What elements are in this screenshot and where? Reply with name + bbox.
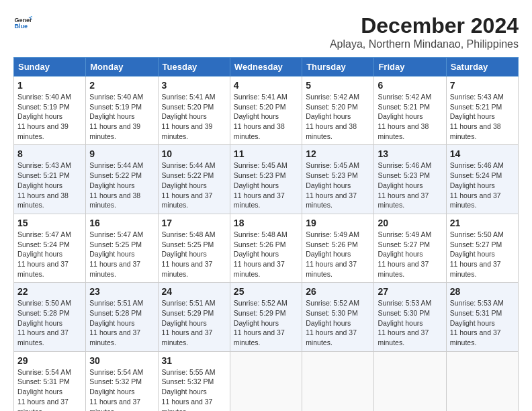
calendar-cell: 19 Sunrise: 5:49 AM Sunset: 5:26 PM Dayl… [302, 214, 374, 282]
calendar-cell: 25 Sunrise: 5:52 AM Sunset: 5:29 PM Dayl… [230, 283, 302, 351]
calendar-cell: 23 Sunrise: 5:51 AM Sunset: 5:28 PM Dayl… [86, 283, 158, 351]
svg-text:Blue: Blue [14, 23, 28, 30]
day-info: Sunrise: 5:42 AM Sunset: 5:21 PM Dayligh… [378, 92, 442, 141]
day-info: Sunrise: 5:48 AM Sunset: 5:25 PM Dayligh… [162, 230, 226, 279]
calendar-cell: 3 Sunrise: 5:41 AM Sunset: 5:20 PM Dayli… [158, 77, 230, 145]
calendar-cell: 12 Sunrise: 5:45 AM Sunset: 5:23 PM Dayl… [302, 145, 374, 214]
day-number: 30 [89, 355, 154, 366]
day-number: 16 [89, 218, 154, 228]
calendar-cell [374, 351, 446, 411]
calendar-week-row: 29 Sunrise: 5:54 AM Sunset: 5:31 PM Dayl… [14, 351, 519, 411]
calendar-cell: 22 Sunrise: 5:50 AM Sunset: 5:28 PM Dayl… [14, 283, 86, 351]
calendar-cell: 6 Sunrise: 5:42 AM Sunset: 5:21 PM Dayli… [374, 77, 446, 145]
calendar-week-row: 22 Sunrise: 5:50 AM Sunset: 5:28 PM Dayl… [14, 283, 519, 351]
calendar-cell: 29 Sunrise: 5:54 AM Sunset: 5:31 PM Dayl… [14, 351, 86, 411]
day-info: Sunrise: 5:50 AM Sunset: 5:28 PM Dayligh… [17, 298, 82, 347]
calendar-cell [302, 351, 374, 411]
day-info: Sunrise: 5:44 AM Sunset: 5:22 PM Dayligh… [89, 161, 154, 210]
day-info: Sunrise: 5:46 AM Sunset: 5:23 PM Dayligh… [378, 161, 442, 210]
calendar-cell: 16 Sunrise: 5:47 AM Sunset: 5:25 PM Dayl… [86, 214, 158, 282]
day-info: Sunrise: 5:52 AM Sunset: 5:29 PM Dayligh… [234, 298, 298, 347]
day-info: Sunrise: 5:54 AM Sunset: 5:32 PM Dayligh… [89, 367, 154, 411]
day-number: 8 [17, 148, 82, 159]
day-info: Sunrise: 5:53 AM Sunset: 5:31 PM Dayligh… [450, 298, 515, 347]
header-wednesday: Wednesday [230, 58, 302, 77]
calendar-cell: 15 Sunrise: 5:47 AM Sunset: 5:24 PM Dayl… [14, 214, 86, 282]
calendar-cell: 9 Sunrise: 5:44 AM Sunset: 5:22 PM Dayli… [86, 145, 158, 214]
weekday-header-row: Sunday Monday Tuesday Wednesday Thursday… [14, 58, 519, 77]
day-number: 26 [306, 286, 370, 297]
header-sunday: Sunday [14, 58, 86, 77]
day-info: Sunrise: 5:52 AM Sunset: 5:30 PM Dayligh… [306, 298, 370, 347]
header-tuesday: Tuesday [158, 58, 230, 77]
calendar-cell [446, 351, 518, 411]
day-info: Sunrise: 5:55 AM Sunset: 5:32 PM Dayligh… [162, 367, 226, 411]
calendar-cell: 30 Sunrise: 5:54 AM Sunset: 5:32 PM Dayl… [86, 351, 158, 411]
day-info: Sunrise: 5:41 AM Sunset: 5:20 PM Dayligh… [162, 92, 226, 141]
calendar-cell: 31 Sunrise: 5:55 AM Sunset: 5:32 PM Dayl… [158, 351, 230, 411]
day-number: 31 [162, 355, 226, 366]
calendar-cell: 17 Sunrise: 5:48 AM Sunset: 5:25 PM Dayl… [158, 214, 230, 282]
calendar-cell: 7 Sunrise: 5:43 AM Sunset: 5:21 PM Dayli… [446, 77, 518, 145]
day-info: Sunrise: 5:43 AM Sunset: 5:21 PM Dayligh… [450, 92, 515, 141]
calendar-cell [230, 351, 302, 411]
day-info: Sunrise: 5:54 AM Sunset: 5:31 PM Dayligh… [17, 367, 82, 411]
title-section: December 2024 Aplaya, Northern Mindanao,… [330, 13, 519, 50]
day-number: 22 [17, 286, 82, 297]
calendar-cell: 26 Sunrise: 5:52 AM Sunset: 5:30 PM Dayl… [302, 283, 374, 351]
calendar-cell: 8 Sunrise: 5:43 AM Sunset: 5:21 PM Dayli… [14, 145, 86, 214]
day-number: 6 [378, 80, 442, 91]
day-info: Sunrise: 5:46 AM Sunset: 5:24 PM Dayligh… [450, 161, 515, 210]
day-number: 18 [234, 218, 298, 228]
header-friday: Friday [374, 58, 446, 77]
day-info: Sunrise: 5:41 AM Sunset: 5:20 PM Dayligh… [234, 92, 298, 141]
day-info: Sunrise: 5:40 AM Sunset: 5:19 PM Dayligh… [89, 92, 154, 141]
day-number: 7 [450, 80, 515, 91]
calendar-cell: 10 Sunrise: 5:44 AM Sunset: 5:22 PM Dayl… [158, 145, 230, 214]
calendar-cell: 20 Sunrise: 5:49 AM Sunset: 5:27 PM Dayl… [374, 214, 446, 282]
day-number: 9 [89, 148, 154, 159]
day-number: 17 [162, 218, 226, 228]
day-info: Sunrise: 5:45 AM Sunset: 5:23 PM Dayligh… [234, 161, 298, 210]
calendar-week-row: 1 Sunrise: 5:40 AM Sunset: 5:19 PM Dayli… [14, 77, 519, 145]
generalblue-logo-icon: General Blue [13, 13, 32, 32]
calendar-week-row: 8 Sunrise: 5:43 AM Sunset: 5:21 PM Dayli… [14, 145, 519, 214]
day-number: 10 [162, 148, 226, 159]
calendar-cell: 1 Sunrise: 5:40 AM Sunset: 5:19 PM Dayli… [14, 77, 86, 145]
day-number: 28 [450, 286, 515, 297]
calendar-cell: 18 Sunrise: 5:48 AM Sunset: 5:26 PM Dayl… [230, 214, 302, 282]
day-info: Sunrise: 5:49 AM Sunset: 5:26 PM Dayligh… [306, 230, 370, 279]
day-number: 4 [234, 80, 298, 91]
calendar-cell: 5 Sunrise: 5:42 AM Sunset: 5:20 PM Dayli… [302, 77, 374, 145]
month-title: December 2024 [330, 13, 519, 38]
day-number: 11 [234, 148, 298, 159]
day-info: Sunrise: 5:40 AM Sunset: 5:19 PM Dayligh… [17, 92, 82, 141]
calendar-table: Sunday Monday Tuesday Wednesday Thursday… [13, 57, 519, 411]
calendar-cell: 4 Sunrise: 5:41 AM Sunset: 5:20 PM Dayli… [230, 77, 302, 145]
header-monday: Monday [86, 58, 158, 77]
day-info: Sunrise: 5:53 AM Sunset: 5:30 PM Dayligh… [378, 298, 442, 347]
day-number: 12 [306, 148, 370, 159]
day-number: 2 [89, 80, 154, 91]
header-thursday: Thursday [302, 58, 374, 77]
day-number: 19 [306, 218, 370, 228]
day-number: 20 [378, 218, 442, 228]
day-info: Sunrise: 5:50 AM Sunset: 5:27 PM Dayligh… [450, 230, 515, 279]
day-info: Sunrise: 5:43 AM Sunset: 5:21 PM Dayligh… [17, 161, 82, 210]
day-number: 25 [234, 286, 298, 297]
calendar-cell: 21 Sunrise: 5:50 AM Sunset: 5:27 PM Dayl… [446, 214, 518, 282]
day-info: Sunrise: 5:51 AM Sunset: 5:28 PM Dayligh… [89, 298, 154, 347]
day-number: 29 [17, 355, 82, 366]
day-info: Sunrise: 5:45 AM Sunset: 5:23 PM Dayligh… [306, 161, 370, 210]
day-number: 14 [450, 148, 515, 159]
day-info: Sunrise: 5:51 AM Sunset: 5:29 PM Dayligh… [162, 298, 226, 347]
day-number: 21 [450, 218, 515, 228]
day-number: 13 [378, 148, 442, 159]
calendar-cell: 2 Sunrise: 5:40 AM Sunset: 5:19 PM Dayli… [86, 77, 158, 145]
calendar-cell: 13 Sunrise: 5:46 AM Sunset: 5:23 PM Dayl… [374, 145, 446, 214]
day-number: 5 [306, 80, 370, 91]
day-info: Sunrise: 5:44 AM Sunset: 5:22 PM Dayligh… [162, 161, 226, 210]
calendar-cell: 27 Sunrise: 5:53 AM Sunset: 5:30 PM Dayl… [374, 283, 446, 351]
day-info: Sunrise: 5:47 AM Sunset: 5:25 PM Dayligh… [89, 230, 154, 279]
day-info: Sunrise: 5:47 AM Sunset: 5:24 PM Dayligh… [17, 230, 82, 279]
